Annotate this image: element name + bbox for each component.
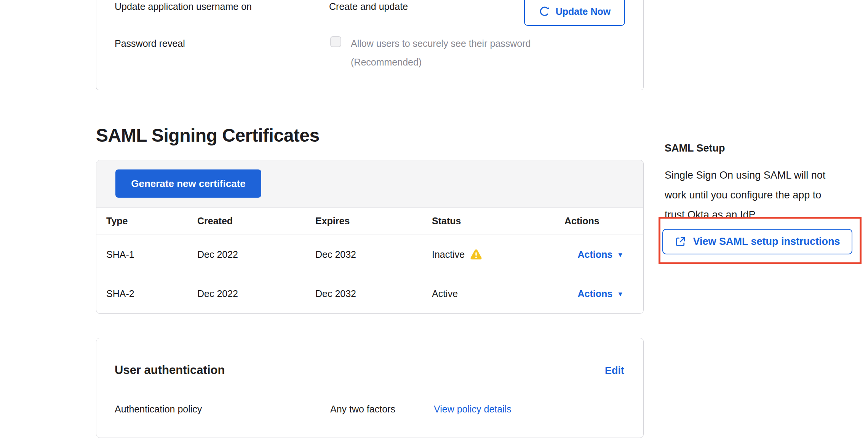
actions-dropdown[interactable]: Actions ▼ — [577, 288, 623, 299]
password-reveal-checkbox[interactable] — [330, 36, 341, 47]
update-now-label: Update Now — [556, 6, 611, 17]
table-row: SHA-1 Dec 2022 Dec 2032 Inactive Actions… — [96, 235, 643, 274]
certificates-toolbar: Generate new certificate — [96, 160, 643, 208]
warning-icon — [470, 249, 482, 260]
view-saml-setup-instructions-label: View SAML setup instructions — [693, 236, 840, 248]
cert-expires: Dec 2032 — [315, 249, 432, 260]
cert-status: Inactive — [432, 249, 465, 260]
cert-status: Active — [432, 288, 458, 299]
saml-setup-description-line: work until you configure the app to — [665, 185, 825, 205]
actions-dropdown[interactable]: Actions ▼ — [577, 249, 623, 260]
column-header-created: Created — [197, 216, 315, 227]
password-reveal-label: Password reveal — [115, 38, 185, 49]
edit-link[interactable]: Edit — [605, 365, 624, 377]
cert-expires: Dec 2032 — [315, 288, 432, 299]
certificates-panel: Generate new certificate Type Created Ex… — [96, 160, 644, 314]
refresh-icon — [539, 6, 550, 17]
view-saml-setup-instructions-button[interactable]: View SAML setup instructions — [662, 229, 852, 254]
view-policy-details-link[interactable]: View policy details — [434, 404, 512, 415]
column-header-status: Status — [432, 216, 564, 227]
actions-label: Actions — [577, 249, 612, 260]
cert-created: Dec 2022 — [197, 249, 315, 260]
update-now-button[interactable]: Update Now — [524, 0, 625, 26]
password-reveal-description: Allow users to securely see their passwo… — [351, 38, 531, 49]
column-header-type: Type — [106, 216, 197, 227]
saml-setup-description: Single Sign On using SAML will not work … — [665, 165, 825, 225]
user-authentication-panel: User authentication Edit Authentication … — [96, 338, 644, 438]
user-authentication-title: User authentication — [115, 363, 225, 377]
actions-label: Actions — [577, 288, 612, 299]
saml-setup-title: SAML Setup — [665, 142, 725, 154]
cert-type: SHA-1 — [106, 249, 197, 260]
column-header-actions: Actions — [564, 216, 643, 227]
username-update-label: Update application username on — [115, 1, 252, 12]
caret-down-icon: ▼ — [617, 252, 623, 258]
column-header-expires: Expires — [315, 216, 432, 227]
username-update-value: Create and update — [329, 1, 408, 12]
password-reveal-recommended: (Recommended) — [351, 57, 422, 68]
external-link-icon — [675, 236, 686, 248]
page-title: SAML Signing Certificates — [96, 125, 320, 146]
certificates-table-header: Type Created Expires Status Actions — [96, 208, 643, 235]
cert-type: SHA-2 — [106, 288, 197, 299]
generate-certificate-button[interactable]: Generate new certificate — [115, 169, 261, 198]
authentication-policy-value: Any two factors — [330, 404, 395, 415]
saml-setup-description-line: Single Sign On using SAML will not — [665, 165, 825, 185]
authentication-policy-label: Authentication policy — [115, 404, 202, 415]
table-row: SHA-2 Dec 2022 Dec 2032 Active Actions ▼ — [96, 274, 643, 313]
saml-setup-description-line: trust Okta as an IdP. — [665, 205, 825, 225]
page: Update application username on Create an… — [0, 0, 868, 441]
cert-created: Dec 2022 — [197, 288, 315, 299]
app-settings-panel: Update application username on Create an… — [96, 0, 644, 90]
caret-down-icon: ▼ — [617, 291, 623, 297]
